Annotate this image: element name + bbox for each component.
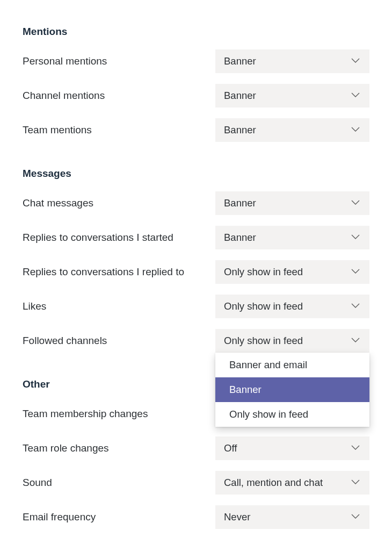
chevron-down-icon — [350, 124, 361, 137]
dropdown-team-mentions[interactable]: Banner — [215, 118, 369, 142]
label-likes: Likes — [23, 300, 46, 312]
dropdown-sound[interactable]: Call, mention and chat — [215, 471, 369, 495]
row-replies-replied: Replies to conversations I replied to On… — [23, 260, 369, 284]
dropdown-chat-messages[interactable]: Banner — [215, 191, 369, 215]
dropdown-channel-mentions[interactable]: Banner — [215, 84, 369, 108]
row-sound: Sound Call, mention and chat — [23, 471, 369, 495]
row-channel-mentions: Channel mentions Banner — [23, 84, 369, 108]
chevron-down-icon — [350, 197, 361, 210]
dropdown-followed-channels[interactable]: Only show in feed Banner and email Banne… — [215, 329, 369, 353]
label-channel-mentions: Channel mentions — [23, 90, 105, 101]
label-personal-mentions: Personal mentions — [23, 55, 107, 67]
dropdown-menu-followed-channels: Banner and email Banner Only show in fee… — [215, 353, 369, 427]
dropdown-value: Banner — [224, 90, 256, 102]
row-team-role-changes: Team role changes Off — [23, 436, 369, 460]
dropdown-value: Banner — [224, 124, 256, 136]
chevron-down-icon — [350, 266, 361, 279]
chevron-down-icon — [350, 442, 361, 455]
label-replies-started: Replies to conversations I started — [23, 232, 173, 243]
dropdown-value: Call, mention and chat — [224, 477, 323, 489]
dropdown-option-banner[interactable]: Banner — [215, 377, 369, 402]
dropdown-value: Only show in feed — [224, 266, 303, 278]
dropdown-replies-started[interactable]: Banner — [215, 226, 369, 249]
chevron-down-icon — [350, 300, 361, 313]
chevron-down-icon — [350, 334, 361, 348]
row-personal-mentions: Personal mentions Banner — [23, 49, 369, 73]
notifications-settings-panel: Mentions Personal mentions Banner Channe… — [0, 0, 392, 537]
section-heading-messages: Messages — [23, 168, 369, 180]
dropdown-email-frequency[interactable]: Never — [215, 505, 369, 529]
chevron-down-icon — [350, 511, 361, 524]
dropdown-value: Banner — [224, 232, 256, 244]
dropdown-value: Only show in feed — [224, 335, 303, 347]
dropdown-replies-replied[interactable]: Only show in feed — [215, 260, 369, 284]
dropdown-team-role-changes[interactable]: Off — [215, 436, 369, 460]
dropdown-personal-mentions[interactable]: Banner — [215, 49, 369, 73]
dropdown-value: Only show in feed — [224, 300, 303, 312]
row-email-frequency: Email frequency Never — [23, 505, 369, 529]
label-followed-channels: Followed channels — [23, 335, 107, 346]
row-followed-channels: Followed channels Only show in feed Bann… — [23, 329, 369, 353]
chevron-down-icon — [350, 89, 361, 103]
dropdown-option-only-show-in-feed[interactable]: Only show in feed — [215, 402, 369, 427]
label-replies-replied: Replies to conversations I replied to — [23, 266, 184, 277]
label-team-role-changes: Team role changes — [23, 442, 109, 454]
chevron-down-icon — [350, 476, 361, 490]
chevron-down-icon — [350, 55, 361, 68]
dropdown-option-banner-and-email[interactable]: Banner and email — [215, 353, 369, 377]
dropdown-value: Banner — [224, 55, 256, 67]
chevron-down-icon — [350, 231, 361, 245]
label-team-mentions: Team mentions — [23, 124, 92, 135]
row-chat-messages: Chat messages Banner — [23, 191, 369, 215]
section-heading-mentions: Mentions — [23, 26, 369, 38]
row-team-mentions: Team mentions Banner — [23, 118, 369, 142]
dropdown-value: Banner — [224, 197, 256, 209]
label-email-frequency: Email frequency — [23, 511, 96, 522]
row-likes: Likes Only show in feed — [23, 295, 369, 318]
dropdown-value: Off — [224, 442, 237, 454]
label-team-membership-changes: Team membership changes — [23, 408, 148, 419]
row-replies-started: Replies to conversations I started Banne… — [23, 226, 369, 249]
dropdown-value: Never — [224, 511, 250, 523]
label-chat-messages: Chat messages — [23, 197, 93, 209]
dropdown-likes[interactable]: Only show in feed — [215, 295, 369, 318]
label-sound: Sound — [23, 477, 52, 488]
